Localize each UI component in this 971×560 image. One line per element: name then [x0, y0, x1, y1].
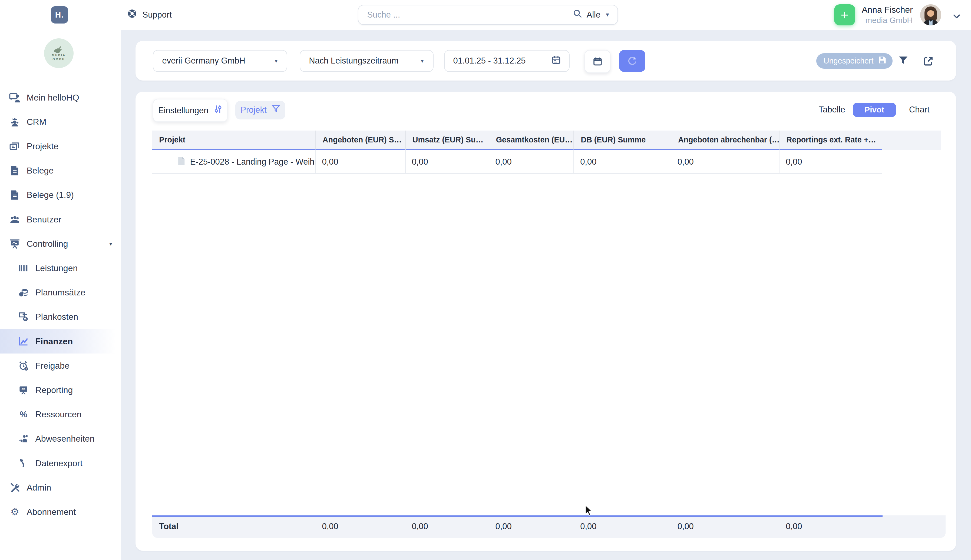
column-header-projekt[interactable]: Projekt — [152, 130, 316, 150]
workspace-name-line1: MEDIA — [52, 53, 66, 57]
column-header-angeboten-abrechenbar[interactable]: Angeboten abrechenbar (… — [671, 130, 780, 150]
sidebar-item-admin[interactable]: Admin — [0, 475, 120, 500]
total-cell: 0,00 — [316, 515, 406, 538]
sliders-icon — [213, 105, 222, 116]
avatar[interactable] — [920, 4, 941, 25]
sidebar-item-benutzer[interactable]: Benutzer — [0, 207, 120, 232]
chart-line-icon — [18, 336, 29, 347]
gear-icon: ⚙ — [9, 507, 20, 518]
project-filter-chip[interactable]: Projekt — [235, 101, 285, 120]
value-cell[interactable]: 0,00 — [489, 150, 574, 174]
unsaved-badge[interactable]: Ungespeichert — [816, 53, 893, 68]
sidebar-item-belege[interactable]: Belege — [0, 158, 120, 183]
total-label: Total — [152, 515, 316, 538]
total-cell: 0,00 — [779, 515, 882, 538]
funnel-icon — [898, 56, 909, 66]
sidebar-item-projekte[interactable]: Projekte — [0, 134, 120, 158]
sidebar-item-mein-hellohq[interactable]: Mein helloHQ — [0, 85, 120, 110]
export-arrow-icon — [18, 458, 29, 468]
value-cell[interactable]: 0,00 — [316, 150, 406, 174]
sidebar-item-controlling[interactable]: Controlling ▼ — [0, 232, 120, 256]
tab-tabelle[interactable]: Tabelle — [819, 103, 845, 117]
sidebar-item-reporting[interactable]: Reporting — [0, 378, 120, 402]
search-icon — [573, 9, 582, 20]
alarm-clock-icon: ! — [18, 360, 29, 372]
project-cell[interactable]: E-25-0028 - Landing Page - Weihn — [152, 150, 316, 174]
person-crown-icon — [9, 117, 20, 128]
refresh-button[interactable] — [619, 50, 645, 72]
value-cell[interactable]: 0,00 — [574, 150, 671, 174]
sidebar-item-belege-19[interactable]: Belege (1.9) — [0, 183, 120, 207]
value-cell[interactable]: 0,00 — [406, 150, 489, 174]
sidebar-item-datenexport[interactable]: Datenexport — [0, 451, 120, 475]
period-mode-select[interactable]: Nach Leistungszeitraum ▼ — [300, 50, 434, 72]
global-search[interactable]: Alle ▼ — [358, 5, 618, 25]
calendar-button[interactable] — [585, 50, 610, 73]
sidebar-item-crm[interactable]: CRM — [0, 110, 120, 134]
column-header-umsatz[interactable]: Umsatz (EUR) Su… — [406, 130, 489, 150]
export-button[interactable] — [923, 56, 934, 69]
external-link-icon — [923, 56, 934, 67]
column-header-db[interactable]: DB (EUR) Summe — [574, 130, 671, 150]
tab-pivot[interactable]: Pivot — [853, 103, 896, 117]
column-header-reportings[interactable]: Reportings ext. Rate +… — [779, 130, 882, 150]
column-header-gesamtkosten[interactable]: Gesamtkosten (EU… — [489, 130, 574, 150]
value-cell[interactable]: 0,00 — [779, 150, 882, 174]
date-range-field[interactable]: 01.01.25 - 31.12.25 — [444, 50, 570, 72]
column-header-angeboten[interactable]: Angeboten (EUR) S… — [316, 130, 406, 150]
tools-icon — [9, 482, 20, 493]
sidebar-item-freigabe[interactable]: ! Freigabe — [0, 353, 120, 378]
table-total-row: Total 0,00 0,00 0,00 0,00 0,00 0,00 — [152, 515, 946, 538]
calendar-icon — [592, 56, 603, 67]
sidebar-item-planumsaetze[interactable]: Planumsätze — [0, 280, 120, 305]
document-icon — [178, 156, 185, 168]
support-button[interactable]: Support — [127, 0, 172, 30]
bird-icon — [52, 45, 65, 53]
cards-stack-icon — [9, 141, 20, 152]
support-label: Support — [142, 10, 172, 20]
funnel-outline-icon — [272, 105, 280, 115]
search-input[interactable] — [358, 10, 573, 20]
sidebar-item-abonnement[interactable]: ⚙ Abonnement — [0, 500, 120, 524]
sidebar-item-finanzen[interactable]: Finanzen — [0, 329, 120, 353]
total-cell: 0,00 — [671, 515, 780, 538]
document-icon — [9, 165, 20, 176]
refresh-icon — [627, 56, 637, 66]
chevron-down-icon[interactable]: ▼ — [108, 241, 113, 247]
column-header-spacer — [882, 130, 941, 150]
save-icon — [878, 56, 887, 66]
search-scope-label: Alle — [587, 10, 601, 20]
add-button[interactable]: + — [834, 4, 855, 25]
calendar-range-icon — [551, 55, 561, 67]
user-info[interactable]: Anna Fischer media GmbH — [862, 4, 913, 25]
users-icon — [9, 214, 20, 225]
sidebar-item-plankosten[interactable]: € Plankosten — [0, 305, 120, 329]
settings-button[interactable]: Einstellungen — [153, 99, 228, 122]
sidebar-item-ressourcen[interactable]: % Ressourcen — [0, 402, 120, 427]
company-select[interactable]: everii Germany GmbH ▼ — [153, 50, 287, 72]
filter-bar: everii Germany GmbH ▼ Nach Leistungszeit… — [135, 41, 956, 80]
workspace-logo[interactable]: MEDIA GMBH — [44, 38, 74, 68]
barcode-icon — [18, 263, 29, 274]
pivot-table: Projekt Angeboten (EUR) S… Umsatz (EUR) … — [152, 130, 941, 174]
hellohq-logo[interactable]: H. — [51, 6, 68, 23]
table-row[interactable]: E-25-0028 - Landing Page - Weihn 0,00 0,… — [152, 150, 941, 174]
caret-down-icon: ▼ — [274, 58, 279, 63]
user-name: Anna Fischer — [862, 4, 913, 15]
presentation-icon — [9, 238, 20, 250]
sidebar: H. MEDIA GMBH Mein helloHQ CRM — [0, 0, 120, 560]
filter-button[interactable] — [898, 56, 909, 68]
row-spacer — [882, 150, 941, 174]
percent-icon: % — [18, 409, 29, 420]
app-root: Support Alle ▼ + Anna Fischer media GmbH — [0, 0, 971, 560]
sidebar-item-abwesenheiten[interactable]: Abwesenheiten — [0, 427, 120, 451]
value-cell[interactable]: 0,00 — [671, 150, 780, 174]
search-scope[interactable]: Alle ▼ — [573, 9, 617, 20]
invoice-euro-icon: € — [18, 312, 29, 322]
coins-icon — [18, 287, 29, 298]
plus-icon: + — [841, 7, 849, 23]
sidebar-item-leistungen[interactable]: Leistungen — [0, 256, 120, 280]
svg-text:€: € — [24, 317, 27, 321]
tab-chart[interactable]: Chart — [909, 103, 929, 117]
user-menu-chevron-icon[interactable] — [953, 11, 961, 22]
